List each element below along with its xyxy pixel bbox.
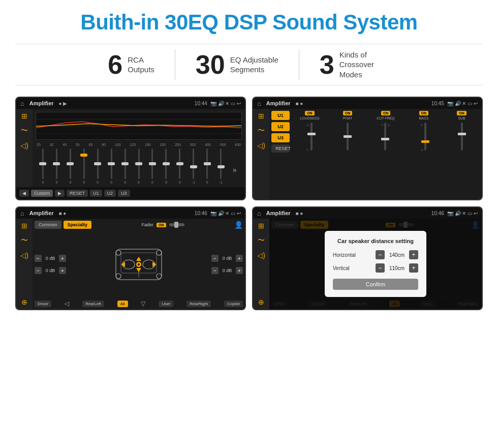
eq-thumb-8[interactable] — [149, 162, 156, 165]
eq-track-8[interactable] — [151, 148, 153, 179]
eq-track-13[interactable] — [220, 148, 222, 179]
home-icon-amp3[interactable]: ⌂ — [20, 210, 24, 217]
eq-icon-amp4[interactable]: ⊞ — [258, 222, 264, 230]
cutfreq-thumb[interactable] — [381, 138, 389, 140]
eq-thumb-7[interactable] — [135, 162, 142, 165]
bass-slider[interactable] — [424, 123, 426, 151]
eq-reset-btn[interactable]: RESET — [67, 190, 88, 197]
all-btn[interactable]: All — [117, 301, 128, 307]
fader-slider[interactable] — [169, 223, 184, 226]
eq-slider-13: -1 — [214, 148, 227, 184]
driver-btn[interactable]: Driver — [35, 301, 51, 307]
eq-u2-btn[interactable]: U2 — [104, 190, 116, 197]
vertical-minus-btn[interactable]: − — [376, 263, 385, 273]
more-icon: » — [233, 166, 237, 184]
copilot-btn[interactable]: Copilot — [224, 301, 243, 307]
cutfreq-slider[interactable] — [384, 123, 386, 151]
eq-track-5[interactable] — [111, 148, 112, 179]
eq-icon-amp2[interactable]: ⊞ — [258, 112, 264, 120]
speaker-icon[interactable]: ◁) — [20, 141, 28, 150]
eq-thumb-12[interactable] — [204, 162, 211, 165]
preset-u1[interactable]: U1 — [271, 111, 290, 120]
home-icon-eq[interactable]: ⌂ — [20, 100, 24, 107]
time-eq: 10:44 — [195, 101, 207, 106]
tab-common-amp3[interactable]: Common — [35, 221, 61, 229]
sub-slider[interactable] — [461, 123, 463, 151]
eq-thumb-11[interactable] — [190, 165, 197, 168]
eq-u3-btn[interactable]: U3 — [118, 190, 130, 197]
db-minus-left-bot[interactable]: − — [35, 267, 42, 274]
wave-icon[interactable]: 〜 — [21, 126, 28, 135]
loudness-slider[interactable] — [310, 123, 313, 151]
phat-thumb[interactable] — [344, 135, 352, 138]
eq-track-4[interactable] — [97, 148, 99, 179]
eq-icon[interactable]: ⊞ — [21, 112, 27, 120]
eq-prev-btn[interactable]: ◀ — [19, 190, 29, 197]
eq-track-12[interactable] — [206, 148, 208, 179]
eq-track-7[interactable] — [138, 148, 140, 179]
rearright-btn[interactable]: RearRight — [186, 301, 211, 307]
eq-thumb-9[interactable] — [163, 162, 170, 165]
eq-track-1[interactable] — [56, 148, 57, 179]
confirm-button[interactable]: Confirm — [333, 279, 418, 290]
bass-thumb[interactable] — [421, 140, 429, 143]
vertical-plus-btn[interactable]: + — [409, 263, 418, 273]
eq-u1-btn[interactable]: U1 — [90, 190, 102, 197]
speaker-icon-amp3[interactable]: ◁) — [20, 251, 28, 259]
db-plus-right-bot[interactable]: + — [236, 267, 243, 274]
surround-icon-amp4[interactable]: ⊕ — [258, 298, 264, 306]
home-icon-amp2[interactable]: ⌂ — [257, 100, 261, 107]
eq-thumb-0[interactable] — [39, 162, 46, 165]
phat-label: PHAT — [343, 116, 352, 120]
eq-thumb-13[interactable] — [217, 165, 225, 168]
rearleft-btn[interactable]: RearLeft — [82, 301, 104, 307]
db-minus-right-bot[interactable]: − — [211, 267, 219, 274]
eq-track-6[interactable] — [124, 148, 126, 179]
eq-custom-btn[interactable]: Custom — [31, 190, 53, 197]
preset-u3[interactable]: U3 — [271, 133, 290, 142]
loudness-label: LOUDNESS — [300, 116, 320, 120]
db-plus-left-top[interactable]: + — [59, 255, 66, 262]
eq-slider-12: 0 — [201, 148, 213, 184]
home-icon-amp4[interactable]: ⌂ — [257, 210, 261, 217]
eq-thumb-10[interactable] — [176, 162, 183, 165]
db-plus-left-bot[interactable]: + — [59, 267, 66, 274]
db-minus-left-top[interactable]: − — [35, 255, 42, 262]
eq-track-10[interactable] — [179, 148, 180, 179]
wave-icon-amp3[interactable]: 〜 — [21, 236, 28, 245]
amp2-reset-btn[interactable]: RESET — [271, 144, 290, 153]
eq-thumb-5[interactable] — [108, 162, 115, 165]
speaker-icon-amp2[interactable]: ◁) — [257, 141, 265, 150]
loudness-thumb[interactable] — [307, 133, 316, 135]
user-settings-icon[interactable]: 👤 — [234, 221, 243, 229]
user-btn[interactable]: User — [159, 301, 173, 307]
phat-slider[interactable] — [347, 123, 349, 151]
eq-thumb-6[interactable] — [121, 162, 129, 165]
fader-thumb[interactable] — [174, 222, 178, 228]
eq-thumb-1[interactable] — [53, 162, 60, 165]
wave-icon-amp4[interactable]: 〜 — [258, 236, 265, 245]
eq-val-8: 0 — [151, 181, 153, 184]
tab-specialty-amp3[interactable]: Specialty — [64, 221, 92, 229]
eq-thumb-2[interactable] — [67, 162, 74, 165]
wave-icon-amp2[interactable]: 〜 — [258, 126, 265, 135]
eq-track-2[interactable] — [70, 148, 71, 179]
horizontal-plus-btn[interactable]: + — [409, 250, 418, 259]
horizontal-minus-btn[interactable]: − — [376, 250, 385, 259]
sub-thumb[interactable] — [458, 133, 466, 135]
eq-icon-amp3[interactable]: ⊞ — [21, 222, 27, 230]
surround-icon-amp3[interactable]: ⊕ — [21, 298, 27, 306]
db-minus-right-top[interactable]: − — [211, 255, 219, 262]
eq-track-9[interactable] — [165, 148, 167, 179]
eq-track-0[interactable] — [42, 148, 44, 179]
side-icons-amp4: ⊞ 〜 ◁) ⊕ — [253, 219, 269, 309]
eq-track-11[interactable] — [193, 148, 194, 179]
db-plus-right-top[interactable]: + — [236, 255, 243, 262]
eq-thumb-3[interactable] — [80, 154, 87, 157]
eq-thumb-4[interactable] — [94, 162, 101, 165]
speaker-icon-amp4[interactable]: ◁) — [257, 251, 265, 259]
preset-u2[interactable]: U2 — [271, 122, 290, 131]
loudness-on: ON — [305, 111, 315, 115]
eq-track-3[interactable] — [83, 148, 85, 179]
eq-play-btn[interactable]: ▶ — [55, 190, 65, 197]
